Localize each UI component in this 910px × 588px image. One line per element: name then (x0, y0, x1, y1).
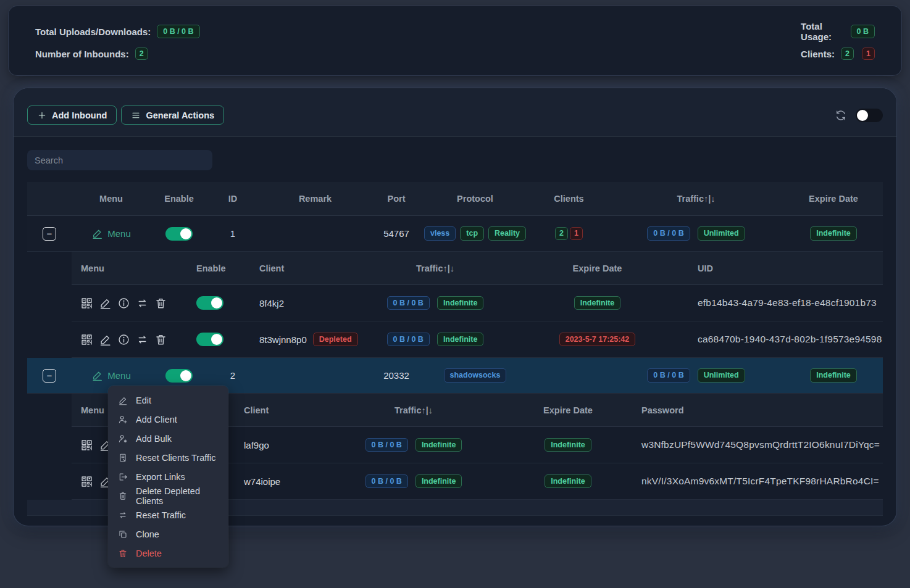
traffic-badge: 0 B / 0 B (647, 368, 690, 383)
clients-depleted-badge: 1 (862, 48, 875, 60)
inbounds-count-badge: 2 (135, 48, 148, 60)
menu-item-reset-traffic[interactable]: Reset Traffic (108, 505, 228, 524)
reset-clients-traffic-icon (118, 453, 128, 463)
traffic-quota-badge: Indefinite (437, 333, 484, 347)
traffic-quota-badge: Indefinite (437, 296, 484, 310)
security-tag: Reality (488, 226, 526, 241)
menu-item-delete[interactable]: Delete (108, 544, 228, 563)
col-expire-date: Expire Date (531, 252, 664, 284)
delete-icon (118, 549, 128, 558)
edit-icon (118, 395, 128, 405)
col-enable: Enable (185, 252, 241, 284)
refresh-icon[interactable] (835, 109, 847, 122)
add-bulk-icon (118, 434, 128, 444)
enable-toggle[interactable] (196, 296, 223, 310)
expire-badge: Indefinite (574, 296, 621, 310)
inbound-row: − Menu 1 54767 vless tcp Reality (27, 216, 883, 252)
col-traffic-sort[interactable]: Traffic↑|↓ (324, 394, 503, 426)
inbound-menu-button[interactable]: Menu (91, 228, 131, 239)
stat-clients: Clients: 2 1 (382, 47, 875, 60)
traffic-badge: 0 B / 0 B (365, 438, 408, 452)
client-password: nkV/I/3XoAm9v6xMT/T5IcrF4TpeTKF98rHARbRo… (641, 476, 879, 487)
col-password: Password (633, 394, 883, 426)
stat-total-usage: Total Usage: 0 B (382, 25, 875, 38)
traffic-quota-badge: Indefinite (415, 474, 462, 489)
toggle-knob (180, 370, 191, 381)
menu-item-edit[interactable]: Edit (108, 391, 228, 410)
stat-number-of-inbounds: Number of Inbounds: 2 (35, 47, 382, 60)
clients-count-cell (530, 358, 608, 393)
uploads-downloads-badge: 0 B / 0 B (157, 25, 199, 39)
edit-icon (91, 370, 103, 381)
clients-active-badge: 2 (841, 48, 854, 60)
stat-label: Total Usage: (801, 21, 844, 42)
info-icon[interactable] (117, 333, 130, 346)
col-client: Client (232, 394, 324, 426)
qrcode-icon[interactable] (80, 439, 93, 452)
col-expire-date: Expire Date (784, 182, 883, 215)
enable-toggle[interactable] (165, 369, 193, 383)
edit-icon[interactable] (99, 333, 112, 346)
expire-badge: Indefinite (545, 438, 591, 452)
client-row: 8t3wjnn8p0 Depleted 0 B / 0 B Indefinite… (72, 321, 883, 358)
search-input[interactable] (27, 150, 212, 170)
col-port: Port (372, 182, 420, 215)
general-actions-button[interactable]: General Actions (121, 106, 224, 125)
menu-item-reset-clients-traffic[interactable]: Reset Clients Traffic (108, 448, 228, 467)
clients-table: Menu Enable Client Traffic↑|↓ Expire Dat… (72, 252, 883, 358)
auto-refresh-toggle[interactable] (856, 109, 883, 122)
inbound-id: 1 (207, 216, 258, 251)
qrcode-icon[interactable] (80, 333, 93, 346)
col-traffic-sort[interactable]: Traffic↑|↓ (340, 252, 531, 284)
menu-item-delete-depleted-clients[interactable]: Delete Depleted Clients (108, 486, 228, 505)
traffic-badge: 0 B / 0 B (365, 474, 408, 489)
client-name: laf9go (244, 440, 269, 450)
reset-traffic-icon[interactable] (136, 297, 149, 310)
inbound-port: 20332 (372, 358, 420, 393)
traffic-badge: 0 B / 0 B (387, 296, 430, 310)
collapse-row-button[interactable]: − (43, 227, 56, 241)
col-client: Client (241, 252, 340, 284)
protocol-tag: shadowsocks (444, 368, 507, 383)
toggle-knob (211, 334, 222, 345)
reset-traffic-icon[interactable] (136, 333, 149, 346)
col-uid: UID (664, 252, 883, 284)
info-icon[interactable] (117, 297, 130, 310)
menu-item-add-bulk[interactable]: Add Bulk (108, 429, 228, 448)
menu-item-export-links[interactable]: Export Links (108, 467, 228, 486)
expire-badge: 2023-5-7 17:25:42 (559, 333, 636, 347)
table-header-row: Menu Enable ID Remark Port Protocol Clie… (27, 182, 883, 216)
col-traffic-sort[interactable]: Traffic↑|↓ (608, 182, 784, 215)
traffic-quota-badge: Unlimited (698, 368, 745, 383)
client-name: 8f4kj2 (259, 298, 284, 308)
menu-item-add-client[interactable]: Add Client (108, 410, 228, 429)
enable-toggle[interactable] (165, 227, 193, 241)
edit-icon[interactable] (99, 297, 112, 310)
add-inbound-button[interactable]: Add Inbound (27, 106, 117, 125)
delete-icon[interactable] (154, 333, 167, 346)
add-client-icon (118, 415, 128, 424)
toggle-knob (857, 110, 868, 121)
clients-active-badge: 2 (555, 227, 568, 240)
plus-icon (37, 110, 47, 120)
client-row: 8f4kj2 0 B / 0 B Indefinite Indefinite e… (72, 285, 883, 321)
collapse-row-button[interactable]: − (43, 369, 56, 383)
qrcode-icon[interactable] (80, 475, 93, 488)
stat-label: Clients: (801, 49, 835, 59)
traffic-badge: 0 B / 0 B (647, 226, 690, 241)
client-uid: efb14b43-4a79-4e83-ef18-e48cf1901b73 (698, 297, 877, 308)
delete-icon[interactable] (154, 297, 167, 310)
col-protocol: Protocol (420, 182, 530, 215)
reset-traffic-icon (118, 510, 128, 520)
menu-item-clone[interactable]: Clone (108, 524, 228, 544)
traffic-quota-badge: Unlimited (698, 226, 745, 241)
client-uid: ca68470b-1940-437d-802b-1f9573e94598 (698, 334, 882, 345)
delete-depleted-icon (118, 491, 128, 501)
qrcode-icon[interactable] (80, 297, 93, 310)
clients-header-row: Menu Enable Client Traffic↑|↓ Expire Dat… (72, 252, 883, 285)
expire-badge: Indefinite (810, 226, 857, 241)
enable-toggle[interactable] (196, 333, 223, 346)
col-clients: Clients (530, 182, 608, 215)
inbound-menu-button[interactable]: Menu (91, 370, 131, 381)
traffic-badge: 0 B / 0 B (387, 333, 430, 347)
